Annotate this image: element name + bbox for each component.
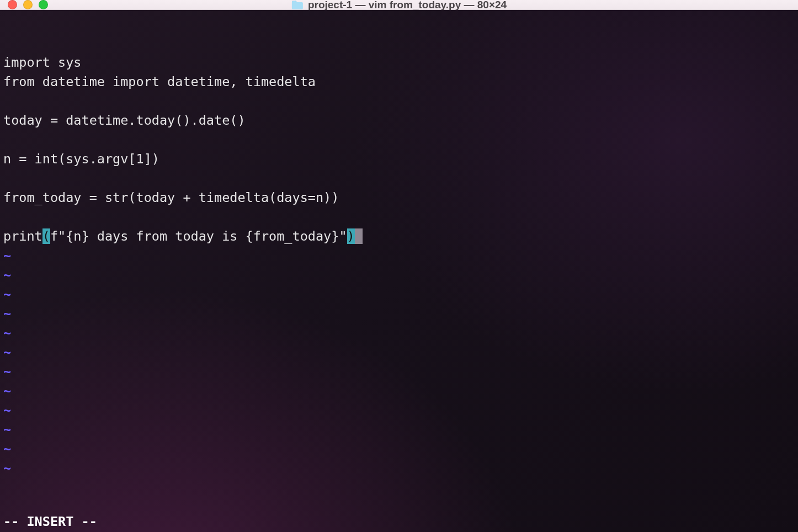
empty-line-tilde: ~ <box>3 265 795 285</box>
empty-line-tilde: ~ <box>3 439 795 459</box>
empty-line-tilde: ~ <box>3 420 795 439</box>
editor-content[interactable]: import sysfrom datetime import datetime,… <box>3 53 795 478</box>
empty-line-tilde: ~ <box>3 323 795 343</box>
titlebar[interactable]: project-1 — vim from_today.py — 80×24 <box>0 0 798 10</box>
code-line[interactable] <box>3 130 795 150</box>
empty-line-tilde: ~ <box>3 459 795 478</box>
window-title-group: project-1 — vim from_today.py — 80×24 <box>291 0 507 11</box>
cursor <box>355 228 363 244</box>
zoom-button[interactable] <box>39 0 48 9</box>
code-line[interactable] <box>3 169 795 188</box>
code-text: f"{n} days from today is {from_today}" <box>50 228 347 244</box>
code-line[interactable]: print(f"{n} days from today is {from_tod… <box>3 227 795 246</box>
empty-line-tilde: ~ <box>3 304 795 323</box>
empty-line-tilde: ~ <box>3 362 795 381</box>
terminal-body[interactable]: import sysfrom datetime import datetime,… <box>0 10 798 532</box>
matched-close-paren: ) <box>347 228 355 244</box>
terminal-window: project-1 — vim from_today.py — 80×24 im… <box>0 0 798 532</box>
code-line[interactable] <box>3 208 795 227</box>
empty-line-tilde: ~ <box>3 285 795 304</box>
vim-status-line: -- INSERT -- <box>3 512 97 531</box>
empty-line-tilde: ~ <box>3 246 795 265</box>
folder-icon <box>291 0 304 10</box>
traffic-lights <box>8 0 48 9</box>
close-button[interactable] <box>8 0 17 9</box>
window-title: project-1 — vim from_today.py — 80×24 <box>308 0 507 11</box>
code-line[interactable]: from_today = str(today + timedelta(days=… <box>3 188 795 208</box>
empty-line-tilde: ~ <box>3 381 795 401</box>
empty-line-tilde: ~ <box>3 343 795 362</box>
code-line[interactable]: today = datetime.today().date() <box>3 111 795 130</box>
code-line[interactable]: from datetime import datetime, timedelta <box>3 72 795 92</box>
code-line[interactable] <box>3 92 795 111</box>
empty-line-tilde: ~ <box>3 401 795 420</box>
code-line[interactable]: n = int(sys.argv[1]) <box>3 150 795 169</box>
code-text: print <box>3 228 42 244</box>
minimize-button[interactable] <box>23 0 33 9</box>
matched-open-paren: ( <box>42 228 50 244</box>
code-line[interactable]: import sys <box>3 53 795 72</box>
